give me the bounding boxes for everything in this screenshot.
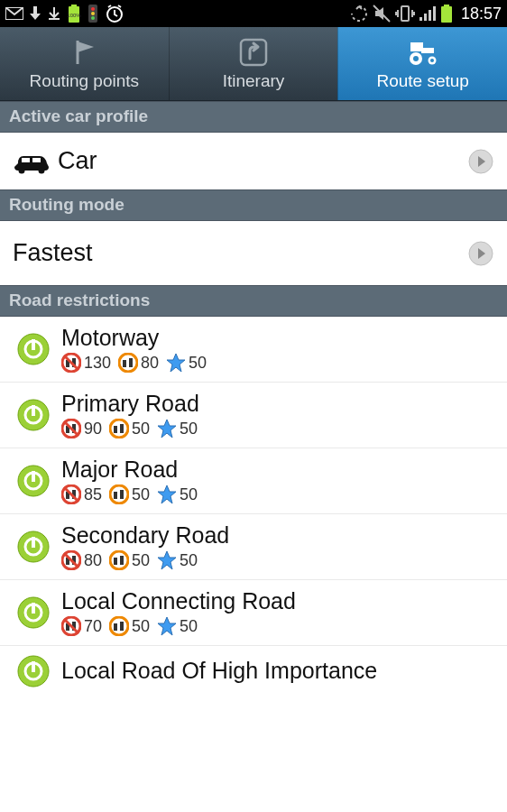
svg-rect-60 bbox=[120, 490, 124, 499]
power-toggle-icon[interactable] bbox=[13, 464, 54, 498]
status-time: 18:57 bbox=[461, 5, 502, 23]
tractor-icon bbox=[405, 37, 441, 68]
restriction-row[interactable]: Major Road 85 50 50 bbox=[0, 448, 507, 514]
svg-rect-39 bbox=[123, 360, 126, 367]
power-toggle-icon[interactable] bbox=[13, 398, 54, 432]
svg-rect-19 bbox=[410, 42, 423, 51]
svg-point-28 bbox=[39, 167, 45, 173]
restriction-row[interactable]: Local Connecting Road 70 50 50 bbox=[0, 580, 507, 646]
restriction-title: Local Road Of High Importance bbox=[61, 658, 494, 684]
svg-rect-20 bbox=[421, 48, 434, 53]
power-toggle-icon[interactable] bbox=[13, 595, 54, 630]
svg-rect-84 bbox=[32, 661, 35, 672]
svg-point-68 bbox=[110, 551, 128, 569]
svg-point-22 bbox=[413, 56, 419, 61]
download-icon bbox=[29, 6, 41, 21]
tab-label: Route setup bbox=[376, 71, 468, 91]
svg-text:100%: 100% bbox=[67, 13, 81, 18]
tabs: Routing points Itinerary Route setup bbox=[0, 27, 507, 101]
restriction-row[interactable]: Primary Road 90 50 50 bbox=[0, 383, 507, 448]
svg-rect-54 bbox=[32, 471, 35, 482]
svg-rect-25 bbox=[22, 158, 30, 162]
svg-rect-79 bbox=[114, 623, 117, 631]
tab-label: Routing points bbox=[30, 71, 139, 91]
section-header-profile: Active car profile bbox=[0, 101, 507, 133]
urban-icon bbox=[109, 616, 129, 636]
svg-rect-11 bbox=[401, 6, 409, 21]
svg-point-27 bbox=[19, 167, 25, 173]
no-urban-icon bbox=[61, 550, 81, 570]
tab-route-setup[interactable]: Route setup bbox=[337, 27, 507, 100]
mode-value: Fastest bbox=[13, 239, 467, 267]
restriction-title: Local Connecting Road bbox=[61, 588, 494, 614]
star-icon bbox=[157, 550, 177, 570]
section-header-mode: Routing mode bbox=[0, 189, 507, 221]
star-icon bbox=[157, 616, 177, 636]
svg-rect-80 bbox=[120, 622, 124, 631]
no-urban-icon bbox=[61, 484, 81, 504]
restriction-row[interactable]: Secondary Road 80 50 50 bbox=[0, 514, 507, 580]
svg-point-78 bbox=[110, 617, 128, 635]
svg-rect-17 bbox=[441, 6, 452, 23]
svg-rect-74 bbox=[32, 603, 35, 614]
turn-icon bbox=[238, 37, 269, 68]
power-toggle-icon[interactable] bbox=[13, 654, 54, 688]
svg-rect-44 bbox=[32, 405, 35, 416]
svg-rect-40 bbox=[129, 358, 133, 367]
no-urban-icon bbox=[61, 616, 81, 636]
no-urban-icon bbox=[61, 353, 81, 373]
status-right: 18:57 bbox=[350, 5, 502, 23]
profile-row[interactable]: Car bbox=[0, 133, 507, 189]
mute-icon bbox=[373, 5, 391, 23]
svg-rect-26 bbox=[32, 158, 41, 162]
urban-icon bbox=[109, 550, 129, 570]
battery-icon bbox=[440, 5, 453, 23]
svg-rect-64 bbox=[32, 537, 35, 548]
restriction-title: Primary Road bbox=[61, 391, 494, 417]
svg-rect-70 bbox=[120, 556, 124, 565]
star-icon bbox=[157, 484, 177, 504]
svg-rect-15 bbox=[433, 6, 436, 21]
power-toggle-icon[interactable] bbox=[13, 530, 54, 564]
tab-itinerary[interactable]: Itinerary bbox=[169, 27, 338, 100]
restriction-stats: 85 50 50 bbox=[61, 484, 494, 504]
mode-row[interactable]: Fastest bbox=[0, 221, 507, 285]
restriction-title: Secondary Road bbox=[61, 522, 494, 549]
svg-rect-59 bbox=[114, 492, 117, 499]
svg-point-38 bbox=[119, 354, 137, 372]
svg-rect-1 bbox=[33, 6, 37, 14]
svg-rect-50 bbox=[120, 424, 124, 433]
restriction-stats: 130 80 50 bbox=[61, 353, 494, 373]
restriction-stats: 90 50 50 bbox=[61, 419, 494, 438]
mail-icon bbox=[5, 7, 23, 20]
urban-icon bbox=[109, 484, 129, 504]
svg-rect-69 bbox=[114, 558, 117, 565]
restriction-stats: 70 50 50 bbox=[61, 616, 494, 636]
restriction-list: Motorway 130 80 50 Primary Road 90 50 50… bbox=[0, 317, 507, 697]
profile-value: Car bbox=[58, 147, 467, 175]
svg-rect-14 bbox=[429, 10, 431, 21]
svg-rect-12 bbox=[419, 17, 422, 21]
no-urban-icon bbox=[61, 419, 81, 438]
restriction-row[interactable]: Local Road Of High Importance bbox=[0, 646, 507, 697]
svg-point-8 bbox=[91, 12, 95, 15]
traffic-icon bbox=[87, 5, 99, 23]
svg-point-24 bbox=[430, 59, 434, 62]
status-bar: 100% 18:57 bbox=[0, 0, 507, 27]
status-left: 100% bbox=[5, 4, 124, 23]
restriction-row[interactable]: Motorway 130 80 50 bbox=[0, 317, 507, 383]
svg-rect-3 bbox=[71, 5, 77, 6]
svg-point-48 bbox=[110, 420, 128, 438]
tab-routing-points[interactable]: Routing points bbox=[0, 27, 169, 100]
section-header-restrictions: Road restrictions bbox=[0, 285, 507, 317]
car-icon bbox=[13, 149, 51, 174]
power-toggle-icon[interactable] bbox=[13, 332, 54, 366]
chevron-right-icon bbox=[467, 240, 494, 267]
urban-icon bbox=[118, 353, 138, 373]
download-icon bbox=[47, 6, 61, 21]
svg-rect-13 bbox=[424, 14, 427, 21]
restriction-stats: 80 50 50 bbox=[61, 550, 494, 570]
vibrate-icon bbox=[395, 5, 415, 23]
urban-icon bbox=[109, 419, 129, 438]
sync-icon bbox=[350, 5, 368, 23]
